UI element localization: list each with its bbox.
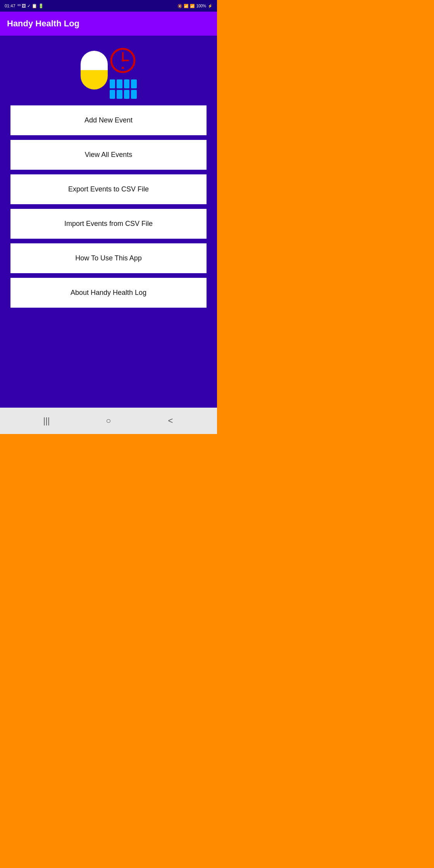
home-icon: ○	[106, 416, 111, 426]
nav-home-button[interactable]: ○	[99, 413, 118, 429]
status-time: 01:47	[5, 3, 16, 8]
phone-frame: 01:47 ⁶⁹ 🖼 ✓ 📋 🔋 🔇 📶 📶 100% ⚡ Handy Heal…	[0, 0, 217, 434]
app-title: Handy Health Log	[7, 19, 79, 29]
status-bar: 01:47 ⁶⁹ 🖼 ✓ 📋 🔋 🔇 📶 📶 100% ⚡	[0, 0, 217, 12]
about-button[interactable]: About Handy Health Log	[10, 277, 207, 308]
view-all-events-button[interactable]: View All Events	[10, 139, 207, 170]
battery-percent: 100%	[196, 4, 206, 8]
clock-icon	[110, 47, 136, 74]
calendar-cell	[124, 79, 130, 88]
nav-back-button[interactable]: <	[161, 413, 180, 429]
battery-icon: ⚡	[208, 4, 212, 8]
add-new-event-button[interactable]: Add New Event	[10, 105, 207, 136]
calendar-cell	[117, 79, 122, 88]
status-icons: ⁶⁹ 🖼 ✓ 📋 🔋	[17, 3, 44, 9]
calendar-cell	[117, 90, 122, 99]
pill-bottom	[81, 70, 108, 90]
import-csv-button[interactable]: Import Events from CSV File	[10, 208, 207, 239]
status-left: 01:47 ⁶⁹ 🖼 ✓ 📋 🔋	[5, 3, 44, 9]
nav-menu-button[interactable]: |||	[37, 413, 56, 429]
menu-icon: |||	[43, 416, 50, 426]
export-csv-button[interactable]: Export Events to CSV File	[10, 174, 207, 205]
logo-area	[81, 47, 137, 93]
calendar-cell	[131, 90, 137, 99]
bottom-nav: ||| ○ <	[0, 408, 217, 434]
pill-top	[81, 51, 108, 70]
back-icon: <	[168, 416, 173, 426]
svg-point-4	[122, 67, 124, 69]
calendar-cell	[131, 79, 137, 88]
calendar-cell	[124, 90, 130, 99]
signal-icon: 📶	[190, 4, 195, 8]
menu-buttons: Add New Event View All Events Export Eve…	[10, 105, 207, 312]
main-content: Add New Event View All Events Export Eve…	[0, 36, 217, 408]
status-right: 🔇 📶 📶 100% ⚡	[177, 4, 212, 8]
mute-icon: 🔇	[177, 4, 182, 8]
app-bar: Handy Health Log	[0, 12, 217, 36]
pill-icon	[81, 51, 108, 90]
calendar-cell	[110, 90, 115, 99]
how-to-use-button[interactable]: How To Use This App	[10, 243, 207, 274]
right-icons	[110, 47, 137, 93]
svg-point-3	[122, 59, 124, 62]
wifi-icon: 📶	[184, 4, 188, 8]
calendar-cell	[110, 79, 115, 88]
calendar-icon	[110, 79, 137, 99]
